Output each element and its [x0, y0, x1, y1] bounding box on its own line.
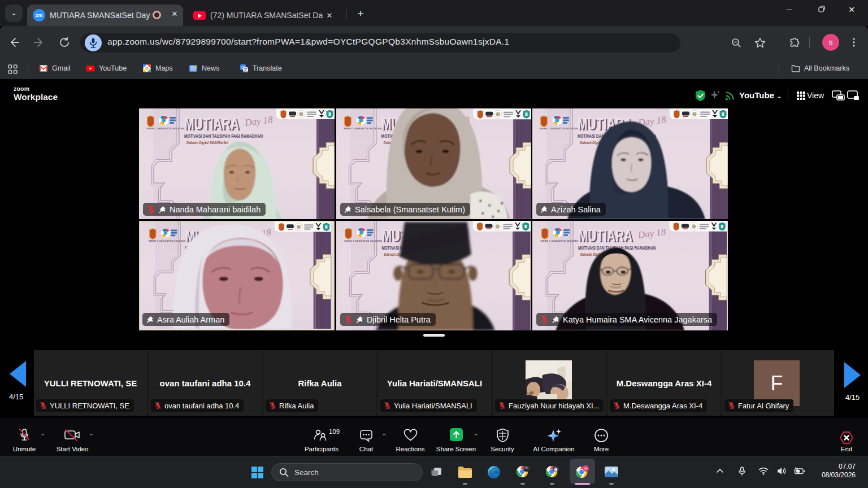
svg-text:文: 文: [244, 67, 248, 72]
